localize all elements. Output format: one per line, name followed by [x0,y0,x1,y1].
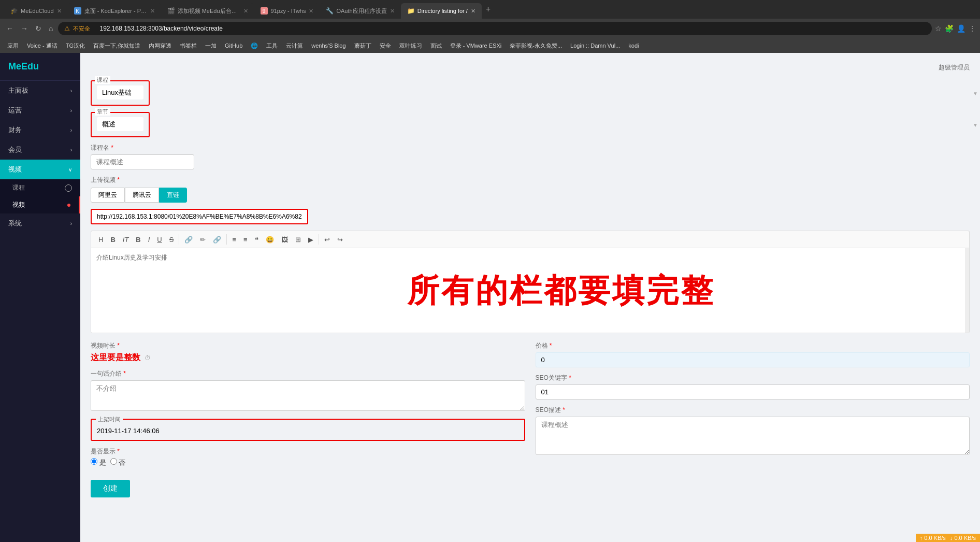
insecure-label: 不安全 [73,25,90,33]
toolbar-link2[interactable]: 🔗 [210,234,224,245]
extension-icon[interactable]: 🧩 [945,24,954,33]
sidebar-label-members: 会员 [8,145,22,154]
url-input[interactable] [91,209,308,224]
toolbar-pen[interactable]: ✏ [197,234,209,245]
bookmark-star-icon[interactable]: ☆ [935,24,942,33]
intro-textarea[interactable] [91,380,525,411]
tab-directlink[interactable]: 直链 [159,188,187,203]
sidebar-item-finance[interactable]: 财务 › [0,120,80,140]
tab-label-2: 桌面 - KodExplorer - Powered... [84,7,147,15]
toolbar-italic[interactable]: I [145,234,153,245]
toolbar-underline[interactable]: U [154,234,165,245]
back-button[interactable]: ← [4,23,16,34]
bookmark-voice[interactable]: Voice - 通话 [24,41,61,51]
sidebar-item-dashboard[interactable]: 主面板 › [0,81,80,101]
bookmark-interview[interactable]: 面试 [427,41,445,51]
sidebar-item-operations[interactable]: 运营 › [0,101,80,120]
tab-aliyun[interactable]: 阿里云 [91,188,125,203]
download-speed: ↓ 0.0 KB/s [950,535,976,541]
show-field: 是否显示 * 是 否 [91,447,525,467]
tab-kodexplorer[interactable]: K 桌面 - KodExplorer - Powered... ✕ [68,3,161,19]
chapter-input[interactable] [97,117,143,131]
bookmark-vmware[interactable]: 登录 - VMware ESXi [447,41,505,51]
bookmark-apps[interactable]: 应用 [4,41,22,51]
bookmark-cloud[interactable]: 云计算 [283,41,306,51]
sidebar-item-videos[interactable]: 视频 ∨ [0,160,80,179]
toolbar-redo[interactable]: ↪ [334,234,346,245]
bookmark-wenhs[interactable]: wenhs'S Blog [308,41,349,50]
tab-directory[interactable]: 📁 Directory listing for / ✕ [401,3,482,19]
title-input[interactable] [91,154,194,169]
tab-tencent[interactable]: 腾讯云 [125,188,159,203]
bookmark-security[interactable]: 安全 [377,41,394,51]
create-button[interactable]: 创建 [91,480,130,497]
home-button[interactable]: ⌂ [47,23,55,34]
chevron-right-icon-dashboard: › [70,88,72,94]
toolbar-emoji[interactable]: 😀 [263,234,277,245]
tab-close-6[interactable]: ✕ [471,8,475,15]
toolbar-quote[interactable]: ❝ [252,234,262,245]
sidebar-sub-videos[interactable]: 视频 [0,196,80,213]
tab-close-4[interactable]: ✕ [309,8,313,15]
toolbar-list2[interactable]: ≡ [240,234,251,245]
forward-button[interactable]: → [19,23,30,34]
seo-desc-field: SEO描述 * [536,406,970,457]
tab-medueducloud[interactable]: 🎓 MeEduCloud ✕ [4,3,68,19]
toolbar-link[interactable]: 🔗 [181,234,196,245]
show-yes-radio[interactable] [91,458,97,465]
bookmark-bookmarks[interactable]: 书签栏 [177,41,200,51]
menu-icon[interactable]: ⋮ [969,24,976,33]
toolbar-bold[interactable]: B [107,234,118,245]
bookmark-tools[interactable]: 工具 [263,41,281,51]
sidebar-sub-courses[interactable]: 课程 [0,179,80,196]
profile-icon[interactable]: 👤 [957,24,965,33]
price-input[interactable] [536,352,970,367]
toolbar-italic-title[interactable]: IT [120,234,132,245]
bookmark-dvwa[interactable]: Login :: Damn Vul... [567,41,623,50]
course-input[interactable] [97,85,143,99]
toolbar-sep-2 [226,234,227,245]
editor-scrollbar[interactable] [965,248,969,333]
toolbar-sep-1 [179,234,179,245]
bookmark-globe[interactable]: 🌐 [248,41,261,50]
bookmark-tg[interactable]: TG汉化 [63,41,88,51]
tab-91pzy[interactable]: 9 91pzy - ITwhs ✕ [254,3,320,19]
bookmark-kodi[interactable]: kodi [625,41,642,50]
seo-desc-textarea[interactable] [536,417,970,455]
sidebar-sub-label-courses: 课程 [12,183,25,192]
reload-button[interactable]: ↻ [33,23,44,34]
toolbar-h[interactable]: H [95,234,106,245]
editor-area[interactable]: 介绍Linux历史及学习安排 所有的栏都要填完整 [91,248,970,333]
toolbar-image[interactable]: 🖼 [278,234,291,245]
address-bar: ← → ↻ ⌂ ⚠ 不安全 ☆ 🧩 👤 ⋮ [0,19,980,38]
bookmark-study[interactable]: 双叶练习 [396,41,425,51]
toolbar-bold2[interactable]: B [133,234,143,245]
toolbar-list[interactable]: ≡ [229,234,239,245]
toolbar-strikethrough[interactable]: S [166,234,177,245]
bookmark-mushroom[interactable]: 蘑菇丁 [351,41,374,51]
tab-close-2[interactable]: ✕ [150,8,155,15]
tab-close-5[interactable]: ✕ [390,8,395,15]
tab-close-3[interactable]: ✕ [243,8,248,15]
bookmark-oneplus[interactable]: 一加 [202,41,220,51]
tab-oauth[interactable]: 🔧 OAuth应用程序设置 ✕ [320,3,400,19]
toolbar-undo[interactable]: ↩ [321,234,333,245]
sidebar-item-system[interactable]: 系统 › [0,213,80,233]
bookmark-naifei[interactable]: 奈菲影视-永久免费... [507,41,565,51]
address-input[interactable] [93,22,926,35]
seo-keyword-input[interactable] [536,384,970,400]
sidebar-label-system: 系统 [8,219,22,228]
toolbar-video[interactable]: ▶ [305,234,316,245]
bookmark-vpn[interactable]: 内网穿透 [146,41,175,51]
new-tab-button[interactable]: + [482,5,495,14]
bookmark-github[interactable]: GitHub [222,41,246,50]
upload-time-input[interactable] [97,427,519,435]
show-no-radio[interactable] [110,458,117,465]
tab-favicon-5: 🔧 [326,7,333,15]
duration-hint: 这里要是整数 [91,352,140,363]
tab-meedu-admin[interactable]: 🎬 添加视频 MeEdu后台管理系统 ✕ [161,3,254,19]
bookmark-baidu[interactable]: 百度一下,你就知道 [90,41,143,51]
sidebar-item-members[interactable]: 会员 › [0,140,80,160]
tab-close-1[interactable]: ✕ [57,8,62,15]
toolbar-table[interactable]: ⊞ [292,234,304,245]
